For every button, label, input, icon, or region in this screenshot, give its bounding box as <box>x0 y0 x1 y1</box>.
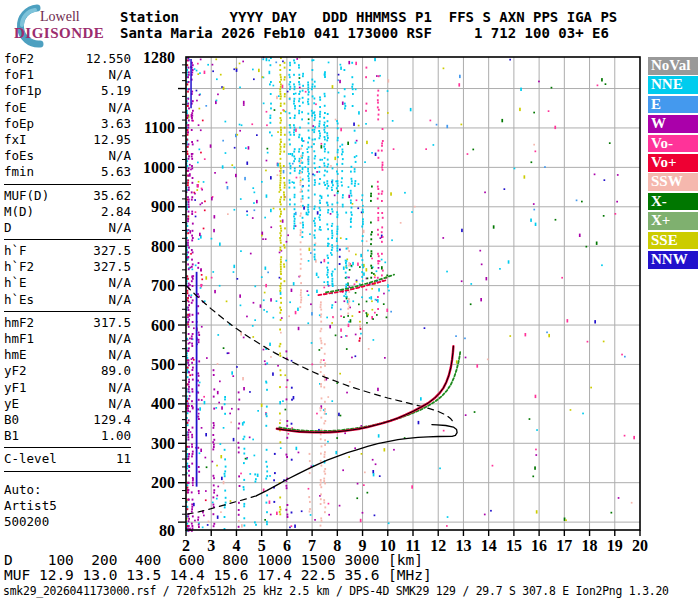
vertical-echo-lines <box>191 59 197 487</box>
status-bar: smk29_2026041173000.rsf / 720fx512h 25 k… <box>3 584 669 598</box>
svg-text:19: 19 <box>607 537 623 554</box>
grid-lines <box>186 57 640 530</box>
legend-item-sse: SSE <box>648 232 698 250</box>
svg-text:500: 500 <box>151 356 175 373</box>
y-axis-labels: 12801100100090080070060050040030020080 <box>143 49 175 539</box>
svg-text:12: 12 <box>430 537 446 554</box>
echo-status-legend: NoValNNEEWVo-Vo+SSWX-X+SSENNW <box>648 57 698 270</box>
legend-item-e: E <box>648 96 698 114</box>
svg-text:400: 400 <box>151 395 175 412</box>
o-trace <box>277 346 454 432</box>
svg-text:800: 800 <box>151 238 175 255</box>
o-trace-fit <box>277 346 454 432</box>
legend-item-ssw: SSW <box>648 173 698 191</box>
legend-item-x: X+ <box>648 212 698 230</box>
svg-text:1100: 1100 <box>144 119 175 136</box>
legend-item-nnw: NNW <box>648 251 698 269</box>
transmission-curve <box>186 286 454 423</box>
svg-text:18: 18 <box>582 537 598 554</box>
x-trace <box>279 352 460 431</box>
profile-base-dashed <box>187 496 256 515</box>
distance-row: D 100 200 400 600 800 1000 1500 3000 [km… <box>4 553 432 568</box>
svg-text:200: 200 <box>151 474 175 491</box>
svg-text:20: 20 <box>632 537 648 554</box>
svg-text:80: 80 <box>159 522 175 539</box>
ionogram-plot: 2345678910111213141516171819201280110010… <box>0 0 700 600</box>
svg-text:1000: 1000 <box>143 159 175 176</box>
legend-item-nne: NNE <box>648 76 698 94</box>
legend-item-w: W <box>648 115 698 133</box>
svg-text:16: 16 <box>531 537 547 554</box>
legend-item-noval: NoVal <box>648 57 698 75</box>
legend-item-x: X- <box>648 193 698 211</box>
legend-item-vo: Vo+ <box>648 154 698 172</box>
svg-text:15: 15 <box>506 537 522 554</box>
svg-text:1280: 1280 <box>143 49 175 66</box>
svg-text:900: 900 <box>151 198 175 215</box>
svg-text:13: 13 <box>455 537 471 554</box>
axis-ticks <box>178 65 640 536</box>
svg-text:17: 17 <box>556 537 572 554</box>
svg-text:700: 700 <box>151 277 175 294</box>
svg-text:14: 14 <box>481 537 497 554</box>
svg-text:600: 600 <box>151 317 175 334</box>
muf-row: MUF 12.9 13.0 13.5 14.4 15.6 17.4 22.5 3… <box>4 568 432 583</box>
svg-text:300: 300 <box>151 435 175 452</box>
muf-table: D 100 200 400 600 800 1000 1500 3000 [km… <box>4 553 432 582</box>
legend-item-vo: Vo- <box>648 135 698 153</box>
